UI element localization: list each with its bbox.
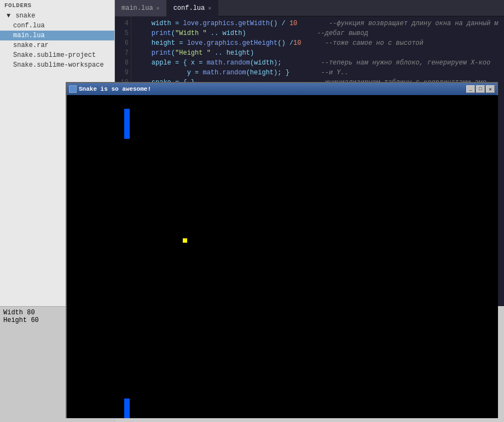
game-titlebar[interactable]: Snake is so awesome! _ □ ✕	[67, 83, 497, 95]
tab-bar: main.lua ✕ conf.lua ✕	[115, 0, 504, 16]
minimize-button[interactable]: _	[466, 85, 475, 93]
close-button[interactable]: ✕	[486, 85, 495, 93]
folder-arrow-icon: ▼	[7, 12, 10, 20]
sidebar-folder-snake[interactable]: ▼ snake	[0, 11, 114, 21]
tab-conf-lua[interactable]: conf.lua ✕	[167, 0, 219, 16]
snake-segment-top	[124, 109, 130, 139]
game-titlebar-left: Snake is so awesome!	[69, 85, 151, 93]
apple	[183, 238, 187, 243]
sidebar-item-sublime-project[interactable]: Snake.sublime-project	[0, 50, 114, 60]
folders-label: FOLDERS	[0, 0, 114, 11]
sidebar-item-conf[interactable]: conf.lua	[0, 21, 114, 31]
game-titlebar-controls: _ □ ✕	[466, 85, 495, 93]
tab-main-lua[interactable]: main.lua ✕	[115, 0, 167, 16]
sidebar-item-rar[interactable]: snake.rar	[0, 40, 114, 50]
sidebar-item-main[interactable]: main.lua	[0, 31, 114, 40]
game-window-title: Snake is so awesome!	[79, 86, 151, 92]
tab-close-conf[interactable]: ✕	[208, 5, 211, 11]
sidebar-item-sublime-workspace[interactable]: Snake.sublime-workspace	[0, 60, 114, 70]
game-window[interactable]: Snake is so awesome! _ □ ✕	[66, 82, 498, 418]
game-canvas	[67, 95, 498, 418]
maximize-button[interactable]: □	[476, 85, 485, 93]
tab-close-main[interactable]: ✕	[157, 5, 160, 11]
game-window-icon	[69, 85, 77, 93]
snake-segment-bottom	[124, 398, 130, 418]
